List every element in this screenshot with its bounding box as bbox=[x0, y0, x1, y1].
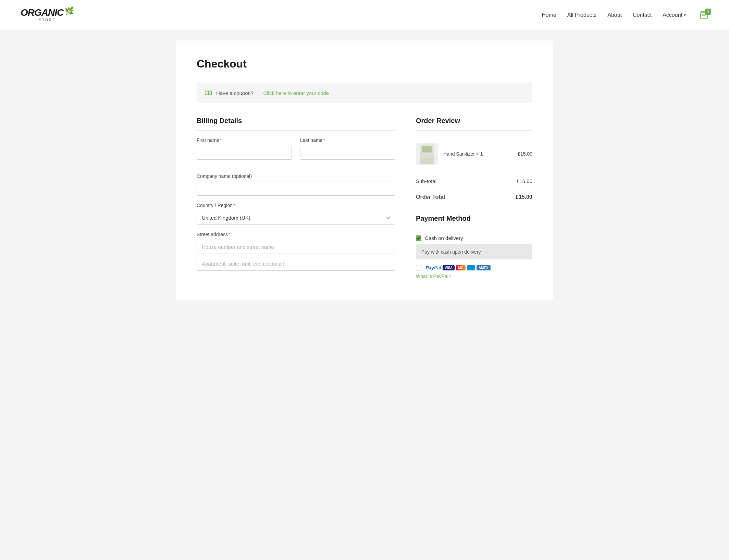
company-label: Company name (optional) bbox=[197, 173, 395, 179]
street-input[interactable] bbox=[197, 240, 395, 254]
nav-all-products[interactable]: All Products bbox=[567, 12, 596, 18]
coupon-icon bbox=[205, 89, 212, 97]
apartment-input[interactable] bbox=[197, 257, 395, 271]
last-name-group: Last name* bbox=[300, 137, 395, 160]
cash-on-delivery-label: Cash on delivery bbox=[425, 235, 463, 241]
cart-count: 1 bbox=[705, 9, 711, 15]
maestro-logo: 🎵 bbox=[467, 265, 475, 270]
billing-title: Billing Details bbox=[197, 117, 395, 131]
country-group: Country / Region* United Kingdom (UK) bbox=[197, 203, 395, 225]
required-star-4: * bbox=[228, 232, 230, 237]
subtotal-value: £15.00 bbox=[517, 178, 532, 184]
total-row: Order Total £15.00 bbox=[416, 189, 532, 205]
company-input[interactable] bbox=[197, 182, 395, 196]
coupon-link[interactable]: Click here to enter your code bbox=[263, 90, 329, 96]
coupon-banner: Have a coupon? Click here to enter your … bbox=[197, 83, 532, 103]
mastercard-logo: MC bbox=[456, 265, 466, 270]
logo-brand-text: ORGANIC bbox=[21, 8, 63, 17]
order-divider bbox=[416, 172, 532, 172]
billing-section: Billing Details First name* Last name* bbox=[197, 117, 395, 278]
payment-section: Payment Method Cash on delivery Pay with… bbox=[416, 215, 532, 279]
cash-description: Pay with cash upon delivery. bbox=[416, 244, 532, 259]
logo[interactable]: ORGANIC 🌿 STORE bbox=[21, 8, 74, 22]
required-star-3: * bbox=[233, 203, 235, 208]
paypal-logos: PayPal VISA MC 🎵 AMEX bbox=[425, 265, 491, 270]
paypal-option: PayPal VISA MC 🎵 AMEX bbox=[416, 265, 532, 270]
first-name-input[interactable] bbox=[197, 146, 292, 160]
last-name-label: Last name* bbox=[300, 137, 395, 143]
checkout-grid: Billing Details First name* Last name* bbox=[197, 117, 532, 279]
product-name: Hand Sanitizer × 1 bbox=[443, 151, 512, 157]
required-star: * bbox=[220, 137, 222, 143]
what-is-paypal-link[interactable]: What is PayPal? bbox=[416, 273, 451, 279]
country-select[interactable]: United Kingdom (UK) bbox=[197, 211, 395, 225]
page-container: Checkout Have a coupon? Click here to en… bbox=[176, 40, 553, 300]
logo-subtitle: STORE bbox=[39, 18, 55, 22]
payment-title: Payment Method bbox=[416, 215, 532, 228]
page-background: Checkout Have a coupon? Click here to en… bbox=[0, 30, 729, 560]
first-name-label: First name* bbox=[197, 137, 292, 143]
order-review-section: Order Review Hand Sanitizer × 1 £15.00 S… bbox=[416, 117, 532, 279]
nav-account[interactable]: Account bbox=[663, 12, 682, 18]
street-label: Street address* bbox=[197, 232, 395, 237]
total-value: £15.00 bbox=[516, 194, 532, 200]
total-label: Order Total bbox=[416, 194, 445, 200]
paypal-checkbox[interactable] bbox=[416, 265, 421, 270]
required-star-2: * bbox=[323, 137, 325, 143]
nav-about[interactable]: About bbox=[607, 12, 622, 18]
company-group: Company name (optional) bbox=[197, 173, 395, 196]
main-nav: Home All Products About Contact Account … bbox=[542, 11, 708, 20]
subtotal-label: Sub-total bbox=[416, 178, 436, 184]
cart-button[interactable]: 1 bbox=[700, 11, 708, 20]
page-title: Checkout bbox=[197, 58, 532, 70]
product-price: £15.00 bbox=[518, 151, 532, 157]
country-label: Country / Region* bbox=[197, 203, 395, 208]
amex-logo: AMEX bbox=[477, 265, 491, 270]
visa-logo: VISA bbox=[443, 265, 455, 270]
logo-leaf-icon: 🌿 bbox=[65, 7, 74, 15]
coupon-text: Have a coupon? bbox=[216, 90, 254, 96]
subtotal-row: Sub-total £15.00 bbox=[416, 173, 532, 189]
order-review-title: Order Review bbox=[416, 117, 532, 131]
paypal-text: PayPal bbox=[425, 265, 441, 270]
product-thumbnail bbox=[416, 143, 438, 165]
first-name-group: First name* bbox=[197, 137, 292, 160]
product-image bbox=[420, 144, 434, 164]
chevron-down-icon: ▾ bbox=[684, 13, 686, 17]
order-item: Hand Sanitizer × 1 £15.00 bbox=[416, 137, 532, 170]
last-name-input[interactable] bbox=[300, 146, 395, 160]
street-group: Street address* bbox=[197, 232, 395, 271]
nav-contact[interactable]: Contact bbox=[633, 12, 652, 18]
account-dropdown[interactable]: Account ▾ bbox=[663, 12, 686, 18]
name-row: First name* Last name* bbox=[197, 137, 395, 167]
site-header: ORGANIC 🌿 STORE Home All Products About … bbox=[0, 0, 729, 30]
cash-on-delivery-option: Cash on delivery bbox=[416, 235, 532, 241]
cash-on-delivery-checkbox[interactable] bbox=[416, 235, 421, 241]
nav-home[interactable]: Home bbox=[542, 12, 556, 18]
